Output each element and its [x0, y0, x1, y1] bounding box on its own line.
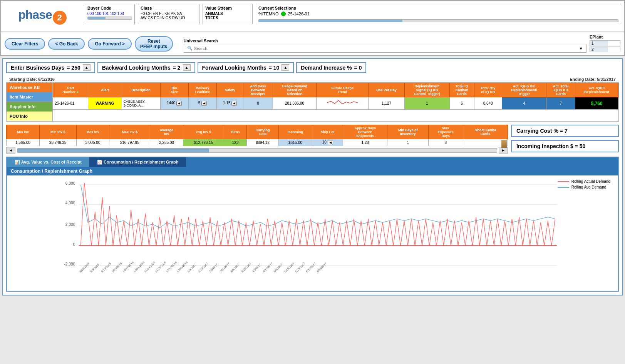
go-forward-button[interactable]: Go Forward >	[88, 38, 132, 50]
forward-months-label: Forward Looking Months	[202, 65, 266, 71]
skip-lot-edit-button[interactable]: ◀	[328, 140, 333, 145]
delivery-edit-button[interactable]: ◀	[201, 101, 207, 106]
eplant-label: EPlant	[590, 35, 620, 39]
cell-act-total-iqhs: 7	[546, 97, 575, 110]
cell-replenishment-signal: 1	[404, 97, 449, 110]
svg-text:8/22/2016: 8/22/2016	[79, 262, 90, 273]
svg-text:4,000: 4,000	[65, 201, 75, 205]
legend-label-avg: Rolling Avg Demand	[571, 185, 606, 189]
table-row: 25-1426-01 WARNING CABLE ASSY, 3-COND, A…	[53, 97, 618, 110]
sidebar-item-item-master[interactable]: Item Master	[7, 92, 52, 102]
inv-cell-min-inv-dollar: $8,748.35	[39, 139, 76, 146]
search-field[interactable]	[194, 46, 578, 51]
incoming-inspection-param: Incoming Inspection $ = 50	[511, 140, 619, 152]
buyer-code-scroll[interactable]	[87, 17, 132, 20]
svg-text:2,000: 2,000	[65, 222, 75, 227]
chart-icon-2: 📈	[97, 160, 102, 164]
carrying-cost-param: Carrying Cost % = 7	[511, 125, 619, 137]
business-days-value: = 250	[67, 65, 80, 71]
cell-usage-demand: 281,836.00	[273, 97, 316, 110]
inv-col-avg-inv-dollar: Avg Inv $	[183, 125, 224, 139]
ghost-kanban-slider[interactable]	[501, 140, 507, 148]
svg-text:9/5/2016: 9/5/2016	[90, 263, 100, 273]
col-header-alert: Alert	[88, 83, 122, 97]
cell-delivery-leadtime: 5 ◀	[188, 97, 217, 110]
logo-text: phase	[18, 8, 52, 22]
bin-size-edit-button[interactable]: ◀	[176, 101, 182, 106]
inv-cell-avg-inv-dollar: $12,773.15	[183, 139, 224, 146]
sidebar-item-supplier-info[interactable]: Supplier Info	[7, 102, 52, 112]
params-row: Enter Business Days = 250 ▲ Backward Loo…	[6, 62, 619, 73]
sparkline-chart	[327, 98, 358, 108]
inv-col-ghost-kanban: Ghost KanbaCards	[463, 125, 508, 139]
chart-legend: Rolling Actual Demand Rolling Avg Demand	[558, 179, 610, 191]
go-back-button[interactable]: < Go Back	[48, 38, 85, 50]
cell-alert: WARNING	[88, 97, 122, 110]
svg-text:-2,000: -2,000	[64, 262, 75, 266]
sidebar-item-warehouse[interactable]: Warehouse-KB	[7, 83, 52, 92]
scroll-thumb	[17, 149, 209, 152]
backward-months-up-arrow[interactable]: ▲	[183, 64, 191, 71]
inventory-table-container: Min Inv Min Inv $ Max Inv Max Inv $ Aver…	[6, 125, 508, 154]
cell-safety: 1.15 ◀	[217, 97, 243, 110]
svg-text:4/17/2017: 4/17/2017	[262, 262, 274, 273]
search-icon: 🔍	[187, 46, 193, 51]
inv-cell-approx-days: 1.28	[343, 139, 387, 146]
svg-text:10/17/2016: 10/17/2016	[122, 260, 135, 273]
inv-col-avg-inv: AverageInv	[150, 125, 183, 139]
backward-months-label: Backward Looking Months	[102, 65, 171, 71]
safety-edit-button[interactable]: ◀	[231, 101, 237, 106]
inv-cell-max-exposure: 8	[428, 139, 463, 146]
svg-text:2/6/2017: 2/6/2017	[208, 263, 219, 273]
chart-tab-consumption[interactable]: 📈 Consumption / Replenishment Graph	[89, 157, 186, 167]
search-input-wrapper[interactable]: 🔍 ▼	[184, 44, 586, 53]
eplant-item-1[interactable]: 1	[590, 40, 620, 46]
cell-total-iq-kanban: 6	[449, 97, 474, 110]
scroll-left-button[interactable]: ◄	[6, 147, 15, 154]
col-header-act-iqhs-replenish: Act. IQHSReplenishment	[575, 83, 618, 97]
chart-icon-1: 📊	[15, 160, 20, 164]
svg-text:6,000: 6,000	[65, 181, 75, 185]
class-label: Class	[141, 6, 197, 10]
selection-value: 25-1426-01	[288, 12, 310, 16]
green-indicator	[281, 12, 286, 16]
svg-text:3/6/2017: 3/6/2017	[230, 263, 240, 273]
forward-months-up-arrow[interactable]: ▲	[282, 64, 289, 71]
clear-filters-button[interactable]: Clear Filters	[5, 38, 45, 50]
cell-act-iqhs-bin: 4	[502, 97, 546, 110]
chart-section: 📊 Avg. Value vs. Cost of Receipt 📈 Consu…	[6, 157, 619, 292]
carrying-cost-value: = 7	[560, 128, 568, 134]
svg-text:0: 0	[73, 242, 75, 247]
selection-row: %ITEMNO 25-1426-01	[258, 12, 618, 16]
selection-scroll[interactable]	[258, 19, 618, 22]
reset-pfep-button[interactable]: Reset PFEP Inputs	[135, 36, 173, 52]
inv-cell-max-inv-dollar: $16,797.95	[109, 139, 150, 146]
legend-label-actual: Rolling Actual Demand	[571, 179, 610, 184]
col-header-replenishment-signal: ReplenishmentSignal (IQ KBControl Trigge…	[404, 83, 449, 97]
svg-text:5/29/2017: 5/29/2017	[295, 262, 306, 273]
value-stream-item-1: ANIMALS	[205, 12, 250, 16]
value-stream-item-2: TREES	[205, 16, 250, 20]
business-days-up-arrow[interactable]: ▲	[83, 64, 90, 71]
incoming-inspection-label: Incoming Inspection $	[516, 143, 573, 149]
scroll-track[interactable]	[17, 148, 497, 153]
dropdown-arrow-icon[interactable]: ▼	[579, 46, 583, 51]
chart-tab-avg-value[interactable]: 📊 Avg. Value vs. Cost of Receipt	[7, 157, 89, 167]
inv-col-min-inv-dollar: Min Inv $	[39, 125, 76, 139]
inv-cell-min-days: 1	[387, 139, 429, 146]
business-days-param: Enter Business Days = 250 ▲	[6, 62, 95, 73]
cell-part-number: 25-1426-01	[53, 97, 88, 110]
eplant-item-2[interactable]: 2	[590, 47, 620, 52]
svg-text:12/12/2016: 12/12/2016	[165, 260, 178, 273]
main-table-area: PartNumber ● Alert Description BinSize D…	[53, 83, 618, 121]
left-sidebar-nav: Warehouse-KB Item Master Supplier Info P…	[7, 83, 53, 121]
svg-text:6/26/2017: 6/26/2017	[316, 262, 328, 273]
scroll-right-button[interactable]: ►	[499, 147, 508, 154]
universal-search-area: Universal Search 🔍 ▼ EPlant 1 2	[184, 35, 620, 53]
value-stream-label: Value Stream	[205, 6, 250, 10]
sidebar-item-pou-info[interactable]: POU Info	[7, 112, 52, 121]
svg-text:10/31/2016: 10/31/2016	[133, 260, 146, 273]
main-content: Enter Business Days = 250 ▲ Backward Loo…	[2, 58, 623, 296]
inv-col-skip-lot: Skip Lot	[312, 125, 343, 139]
inv-col-incoming: Incoming	[278, 125, 312, 139]
